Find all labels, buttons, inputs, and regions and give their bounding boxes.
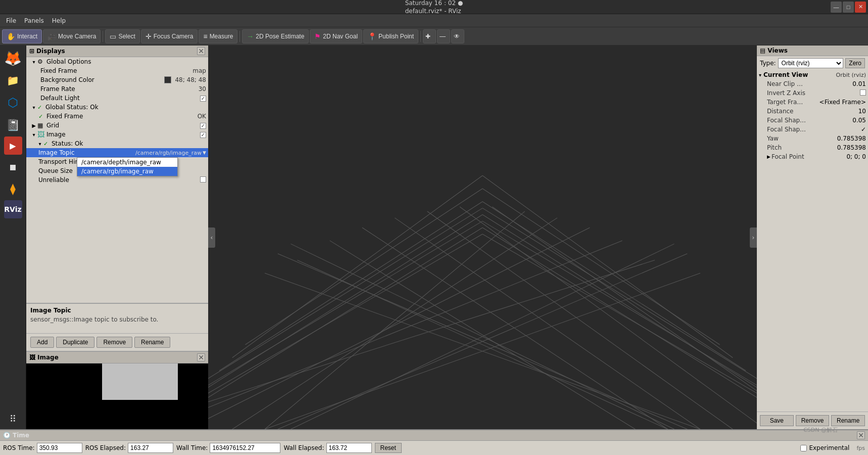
maximize-button[interactable]: □ [843,2,854,13]
pitch-row[interactable]: Pitch 0.785398 [757,143,868,152]
image-arrow[interactable]: ▾ [30,132,37,138]
wall-time-input[interactable] [210,443,280,453]
global-options-arrow[interactable]: ▾ [30,59,37,65]
collapse-right-button[interactable]: › [750,228,757,248]
remove-button[interactable]: Remove [97,337,132,348]
invert-z-row[interactable]: Invert Z Axis [757,88,868,98]
close-button[interactable]: ✕ [855,2,866,13]
unreliable-value[interactable] [200,176,206,184]
image-subpanel-close[interactable]: ✕ [197,353,205,361]
ros-time-input[interactable] [37,443,82,453]
displays-panel-close[interactable]: ✕ [197,47,205,55]
near-clip-row[interactable]: Near Clip … 0.01 [757,79,868,88]
camera-view-button[interactable]: 👁 [451,29,464,43]
minimize-button[interactable]: — [831,2,842,13]
menu-panels[interactable]: Panels [20,16,48,25]
global-status-row[interactable]: ▾ ✓ Global Status: Ok [26,103,208,112]
distance-row[interactable]: Distance 10 [757,107,868,116]
type-select[interactable]: Orbit (rviz) [778,58,844,68]
focus-camera-button[interactable]: ✛ Focus Camera [141,29,198,43]
focal-shape-enabled-row[interactable]: Focal Shap… ✓ [757,125,868,134]
app-icon-layers[interactable]: ⧫ [3,178,24,199]
select-icon: ▭ [110,32,116,40]
views-save-button[interactable]: Save [760,415,794,426]
global-options-row[interactable]: ▾ ⚙ Global Options [26,57,208,66]
measure-icon: ≡ [203,32,207,40]
invert-z-checkbox[interactable] [860,89,866,96]
focus-camera-label: Focus Camera [154,33,194,40]
current-view-header[interactable]: ▾ Current View Orbit (rviz) [757,70,868,79]
image-topic-arrow[interactable]: ▼ [203,150,206,155]
zero-button[interactable]: Zero [845,58,865,68]
app-icon-terminal[interactable]: ▪ [3,156,24,177]
distance-value: 10 [858,108,866,115]
views-rename-button[interactable]: Rename [831,415,865,426]
target-frame-row[interactable]: Target Fra… <Fixed Frame> [757,98,868,107]
svg-line-13 [492,207,757,397]
pose-estimate-button[interactable]: → 2D Pose Estimate [242,29,309,43]
window-controls[interactable]: — □ ✕ [831,2,868,13]
app-icon-vscode[interactable]: ⬡ [3,92,24,113]
wall-elapsed-input[interactable] [326,443,372,453]
rename-button[interactable]: Rename [134,337,170,348]
move-camera-button[interactable]: 🎥 Move Camera [43,29,101,43]
measure-button[interactable]: ≡ Measure [199,29,237,43]
app-icon-files[interactable]: 📁 [3,70,24,91]
background-color-swatch[interactable] [164,76,171,83]
image-topic-value[interactable]: /camera/rgb/image_raw ▼ [135,150,206,156]
interact-icon: ✋ [7,32,15,40]
reset-button[interactable]: Reset [375,443,402,453]
grid-check[interactable]: ✓ [200,122,206,129]
app-icon-grid[interactable]: ⠿ [3,408,24,429]
status-close-button[interactable]: ✕ [857,431,865,439]
fixed-frame-row[interactable]: Fixed Frame map [26,66,208,75]
dropdown-option-depth[interactable]: /camera/depth/image_raw [77,158,177,167]
yaw-row[interactable]: Yaw 0.785398 [757,134,868,143]
app-icon-rviz[interactable]: RViz [4,200,22,218]
image-topic-dropdown[interactable]: /camera/depth/image_raw /camera/rgb/imag… [77,157,178,176]
experimental-checkbox[interactable] [800,445,807,451]
focal-shape-size-row[interactable]: Focal Shap… 0.05 [757,116,868,125]
add-button[interactable]: Add [30,337,54,348]
interact-button[interactable]: ✋ Interact [2,29,42,43]
current-view-arrow[interactable]: ▾ [759,72,761,78]
ros-elapsed-input[interactable] [128,443,173,453]
collapse-left-button[interactable]: ‹ [208,228,215,248]
views-remove-button[interactable]: Remove [796,415,830,426]
image-checkbox[interactable]: ✓ [200,132,206,138]
viewport[interactable]: ‹ › [208,46,757,429]
frame-rate-row[interactable]: Frame Rate 30 [26,84,208,94]
unreliable-checkbox[interactable] [200,176,206,183]
image-status-row[interactable]: ▾ ✓ Status: Ok [26,139,208,148]
image-left-panel [26,363,102,429]
image-bottom-right [102,400,178,430]
dropdown-option-rgb[interactable]: /camera/rgb/image_raw [77,167,177,176]
image-topic-row[interactable]: Image Topic /camera/rgb/image_raw ▼ [26,148,208,157]
background-color-row[interactable]: Background Color 48; 48; 48 [26,75,208,84]
publish-point-button[interactable]: 📍 Publish Point [363,29,418,43]
focal-point-arrow[interactable]: ▶ [767,154,770,159]
app-icon-notes[interactable]: 📓 [3,114,24,135]
app-icon-terminal-red[interactable]: ▶ [4,136,22,155]
global-status-fixed-frame-row[interactable]: ✓ Fixed Frame OK [26,112,208,121]
unreliable-row[interactable]: Unreliable [26,175,208,185]
image-row[interactable]: ▾ 🖼 Image ✓ [26,130,208,139]
nav-goal-button[interactable]: ⚑ 2D Nav Goal [310,29,362,43]
focal-point-row[interactable]: ▶ Focal Point 0; 0; 0 [757,152,868,161]
add-crosshair-button[interactable]: ✚ [423,29,436,43]
grid-checkbox[interactable]: ✓ [200,123,206,129]
image-check[interactable]: ✓ [200,131,206,138]
image-status-arrow[interactable]: ▾ [36,141,43,147]
menu-help[interactable]: Help [48,16,70,25]
default-light-row[interactable]: Default Light ✓ [26,94,208,103]
app-icon-firefox[interactable]: 🦊 [3,48,24,69]
grid-arrow[interactable]: ▶ [30,123,37,128]
main-area: 🦊 📁 ⬡ 📓 ▶ ▪ ⧫ RViz ⠿ ⊞ Displays ✕ ▾ ⚙ Gl… [0,46,868,429]
zoom-out-button[interactable]: — [437,29,450,43]
menu-file[interactable]: File [2,16,20,25]
global-status-arrow[interactable]: ▾ [30,105,37,110]
duplicate-button[interactable]: Duplicate [56,337,94,348]
grid-row[interactable]: ▶ ▦ Grid ✓ [26,121,208,130]
select-button[interactable]: ▭ Select [105,29,139,43]
default-light-checkbox[interactable]: ✓ [200,96,206,102]
